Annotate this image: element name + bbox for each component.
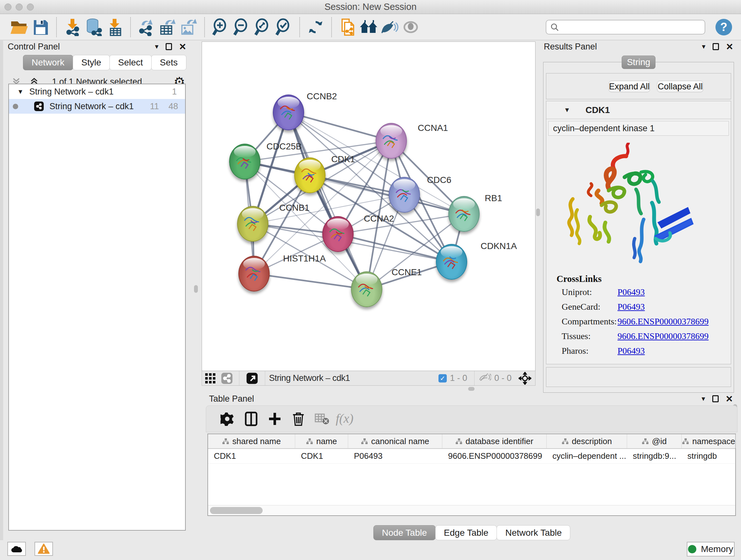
duplicate-network-button[interactable]: [337, 17, 358, 37]
crosslink-link[interactable]: 9606.ENSP00000378699: [617, 331, 709, 344]
open-session-button[interactable]: [9, 17, 30, 37]
network-view-canvas[interactable]: CCNB2CCNA1CDC25BCDK1CDC6RB1CCNB1CCNA2CDK…: [202, 42, 536, 371]
cloud-status-button[interactable]: [7, 542, 26, 556]
string-view-toggle-icon[interactable]: [219, 368, 235, 388]
tab-select[interactable]: Select: [110, 55, 151, 70]
export-image-button[interactable]: [178, 17, 199, 37]
network-node-CCNA1[interactable]: [376, 123, 407, 159]
table-cell[interactable]: CDK1: [295, 449, 348, 463]
table-panel-float-icon[interactable]: [712, 395, 719, 402]
zoom-fit-button[interactable]: [252, 17, 273, 37]
table-panel: Table Panel ▾ ✕ f(x) shared namenamecano…: [206, 393, 738, 539]
show-graphics-details-button[interactable]: [400, 17, 421, 37]
tab-network[interactable]: Network: [23, 55, 73, 70]
save-session-button[interactable]: [30, 17, 51, 37]
network-node-CCNB2[interactable]: [273, 95, 304, 130]
horizontal-splitter-handle[interactable]: [468, 387, 475, 391]
network-node-CDC6[interactable]: [389, 177, 420, 212]
tab-sets[interactable]: Sets: [151, 55, 186, 70]
delete-table-button[interactable]: [310, 408, 334, 430]
table-cell[interactable]: cyclin–dependent ...: [547, 449, 627, 463]
network-node-CCNB1[interactable]: [237, 206, 268, 242]
results-panel-menu-icon[interactable]: ▾: [702, 43, 705, 51]
results-tab-string[interactable]: String: [622, 56, 656, 69]
column-header-shared-name[interactable]: shared name: [208, 434, 295, 448]
show-columns-button[interactable]: [239, 408, 263, 430]
zoom-in-button[interactable]: [210, 17, 231, 37]
control-panel-float-icon[interactable]: [165, 43, 172, 50]
search-input[interactable]: [559, 22, 701, 32]
main-toolbar: ?: [0, 14, 741, 40]
column-header--id[interactable]: @id: [627, 434, 682, 448]
network-node-RB1[interactable]: [448, 196, 480, 232]
collection-expand-icon[interactable]: ▼: [17, 88, 23, 96]
refresh-button[interactable]: [305, 17, 326, 37]
network-collection-row[interactable]: ▼ String Network – cdk1 1: [9, 84, 185, 99]
column-header-database-identifier[interactable]: database identifier: [442, 434, 547, 448]
import-network-button[interactable]: [62, 17, 83, 37]
tab-edge-table[interactable]: Edge Table: [435, 525, 497, 540]
home-button[interactable]: [358, 17, 379, 37]
table-settings-button[interactable]: [216, 408, 239, 430]
node-result-header[interactable]: ▼ CDK1: [546, 101, 731, 119]
table-panel-menu-icon[interactable]: ▾: [701, 395, 705, 403]
import-database-button[interactable]: [83, 17, 104, 37]
expand-all-button[interactable]: Expand All: [609, 81, 650, 92]
table-cell[interactable]: 9606.ENSP00000378699: [442, 449, 547, 463]
zoom-out-button[interactable]: [231, 17, 252, 37]
tab-network-table[interactable]: Network Table: [496, 525, 570, 540]
table-cell[interactable]: stringdb: [682, 449, 736, 463]
birds-eye-view-icon[interactable]: [202, 368, 219, 388]
string-network-icon: [34, 102, 44, 111]
table-row[interactable]: CDK1CDK1P064939606.ENSP00000378699cyclin…: [208, 449, 735, 463]
results-panel-float-icon[interactable]: [713, 43, 719, 50]
warnings-button[interactable]: [35, 542, 53, 556]
network-edge[interactable]: [254, 273, 367, 289]
export-network-button[interactable]: [136, 17, 157, 37]
table-cell[interactable]: P06493: [348, 449, 442, 463]
network-node-CCNE1[interactable]: [351, 271, 382, 307]
tab-style[interactable]: Style: [73, 55, 110, 70]
network-node-CDK1[interactable]: [294, 158, 326, 193]
hide-graphics-details-button[interactable]: [379, 17, 400, 37]
column-header-description[interactable]: description: [547, 434, 627, 448]
control-panel-menu-icon[interactable]: ▾: [155, 43, 158, 51]
crosslink-link[interactable]: P06493: [617, 346, 645, 359]
add-column-button[interactable]: [263, 408, 286, 430]
table-horizontal-scrollbar[interactable]: [208, 505, 735, 515]
open-in-window-icon[interactable]: [243, 368, 261, 388]
collapse-all-button[interactable]: Collapse All: [657, 81, 703, 92]
selected-nodes-checkbox[interactable]: ✓: [439, 374, 447, 382]
column-header-name[interactable]: name: [295, 434, 348, 448]
control-panel-close-icon[interactable]: ✕: [179, 42, 186, 52]
search-box[interactable]: [546, 20, 705, 35]
network-node-CDC25B[interactable]: [229, 144, 260, 179]
crosslink-link[interactable]: 9606.ENSP00000378699: [617, 316, 709, 329]
control-panel-tabs: NetworkStyleSelectSets: [23, 55, 186, 70]
table-cell[interactable]: CDK1: [208, 449, 295, 463]
delete-columns-button[interactable]: [286, 408, 310, 430]
table-hscroll-thumb[interactable]: [210, 507, 263, 514]
crosslink-link[interactable]: P06493: [617, 302, 645, 314]
table-panel-close-icon[interactable]: ✕: [726, 394, 733, 404]
column-header-namespace[interactable]: namespace: [682, 434, 736, 448]
crosslink-link[interactable]: P06493: [617, 287, 645, 300]
table-cell[interactable]: stringdb:9...: [627, 449, 682, 463]
tab-node-table[interactable]: Node Table: [374, 525, 435, 540]
function-builder-button[interactable]: f(x): [334, 408, 357, 430]
network-node-HIST1H1A[interactable]: [239, 256, 270, 292]
column-header-canonical-name[interactable]: canonical name: [348, 434, 442, 448]
help-button[interactable]: ?: [716, 19, 732, 36]
export-table-button[interactable]: [157, 17, 178, 37]
network-node-CDKN1A[interactable]: [436, 244, 467, 280]
results-panel-close-icon[interactable]: ✕: [726, 42, 733, 52]
crosslink-row: GeneCard:P06493: [562, 302, 728, 314]
pan-crosshair-icon[interactable]: [515, 368, 535, 388]
network-node-CCNA2[interactable]: [322, 216, 354, 252]
network-row[interactable]: String Network – cdk1 11 48: [9, 99, 185, 114]
import-table-button[interactable]: [104, 17, 125, 37]
zoom-selected-button[interactable]: [273, 17, 294, 37]
left-splitter-handle[interactable]: [194, 285, 198, 293]
memory-button[interactable]: Memory: [687, 542, 735, 557]
node-result-collapse-icon[interactable]: ▼: [564, 106, 570, 114]
